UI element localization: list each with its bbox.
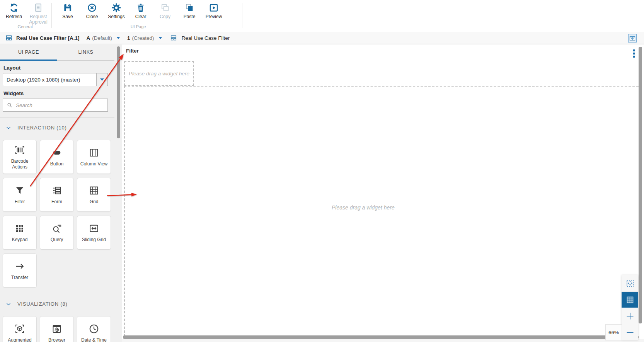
toolbar-group-general: Refresh Request Approval: [0, 0, 49, 25]
dropzone-small[interactable]: Please drag a widget here: [124, 61, 194, 86]
tab-links[interactable]: LINKS: [57, 44, 114, 61]
browser-icon: [51, 323, 63, 335]
section-header-interaction[interactable]: INTERACTION (10): [6, 125, 112, 131]
grid-toggle-icon: [625, 295, 635, 305]
fit-to-screen-button[interactable]: [622, 275, 638, 291]
toolbar-separator: [242, 3, 242, 28]
paste-label: Paste: [184, 14, 196, 20]
minus-icon: [625, 328, 635, 337]
fit-to-screen-icon: [625, 279, 635, 288]
canvas-zoom-controls: [622, 275, 638, 340]
datetime-icon: [88, 323, 100, 335]
barcode-icon: [14, 144, 26, 156]
canvas-vertical-scrollbar[interactable]: [639, 47, 642, 323]
clear-label: Clear: [135, 14, 147, 20]
widget-tile-filter[interactable]: Filter: [3, 178, 37, 212]
widgets-label: Widgets: [3, 90, 111, 96]
widget-tile-sliding-grid[interactable]: Sliding Grid: [77, 216, 111, 250]
widget-tile-label: Query: [49, 237, 65, 242]
plus-icon: [625, 311, 635, 321]
version-dropdown[interactable]: 1 (Created): [127, 35, 162, 41]
layout-select-button[interactable]: [96, 73, 108, 86]
request-approval-icon: [33, 3, 43, 13]
paste-button[interactable]: Paste: [179, 3, 200, 20]
button-icon: [51, 147, 63, 158]
widget-tile-keypad[interactable]: Keypad: [3, 216, 37, 250]
widget-tile-date-time[interactable]: Date & Time: [77, 316, 111, 342]
chevron-down-icon[interactable]: [158, 37, 162, 39]
settings-label: Settings: [108, 14, 124, 20]
widget-tile-form[interactable]: Form: [40, 178, 74, 212]
save-button[interactable]: Save: [57, 3, 78, 20]
revision-value: A: [87, 35, 90, 41]
widget-tile-grid[interactable]: Grid: [77, 178, 111, 212]
close-button[interactable]: Close: [81, 3, 103, 20]
layout-select[interactable]: Desktop (1920 x 1080) (master): [3, 73, 108, 86]
section-title: VISUALIZATION (8): [17, 301, 68, 307]
widget-tile-label: Transfer: [10, 275, 29, 280]
open-window-icon: [629, 35, 636, 42]
augmented-icon: [14, 323, 26, 335]
preview-button[interactable]: Preview: [203, 3, 225, 20]
chevron-down-icon[interactable]: [116, 37, 120, 39]
save-label: Save: [62, 14, 73, 20]
design-canvas: Filter Please drag a widget here Please …: [122, 44, 644, 342]
clear-icon: [136, 3, 146, 13]
widget-tile-augmented[interactable]: Augmented: [3, 316, 37, 342]
sidebar-tabs: UI PAGE LINKS: [0, 44, 114, 61]
widget-tile-browser[interactable]: Browser: [40, 316, 74, 342]
request-approval-button: Request Approval: [27, 3, 49, 25]
sidebar-content: Layout Desktop (1920 x 1080) (master) Wi…: [0, 61, 114, 342]
divider: [0, 294, 114, 294]
transfer-icon: [14, 260, 26, 272]
toolbar-group-ui-page: Save Close Settings Clear Copy Paste Pre…: [57, 0, 225, 20]
open-in-window-button[interactable]: [628, 34, 637, 43]
widget-tile-label: Button: [49, 161, 65, 167]
breadcrumb: Real Use Case Filter [A.1] A (Default) 1…: [0, 32, 644, 44]
widget-tile-barcode-actions[interactable]: Barcode Actions: [3, 140, 37, 174]
zoom-in-button[interactable]: [622, 308, 638, 324]
widget-tile-query[interactable]: Query: [40, 216, 74, 250]
ui-page-icon: [5, 34, 12, 41]
save-icon: [63, 3, 73, 13]
sidebar-scrollbar[interactable]: [117, 46, 120, 138]
toggle-grid-button[interactable]: [622, 291, 638, 308]
widget-tile-label: Form: [50, 199, 63, 204]
close-label: Close: [86, 14, 98, 20]
dropzone-large[interactable]: Please drag a widget here: [124, 86, 639, 337]
widget-sidebar: UI PAGE LINKS Layout Desktop (1920 x 108…: [0, 44, 122, 342]
chevron-down-icon: [100, 78, 104, 81]
interaction-widget-grid: Barcode Actions Button Column View Filte…: [3, 140, 112, 288]
canvas-footer: [122, 339, 644, 342]
toolbar-group-label-general: General: [8, 24, 43, 29]
clear-button[interactable]: Clear: [130, 3, 152, 20]
ui-page-icon: [170, 34, 177, 41]
refresh-button[interactable]: Refresh: [3, 3, 25, 25]
widget-tile-column-view[interactable]: Column View: [77, 140, 111, 174]
section-title: INTERACTION (10): [17, 125, 67, 131]
canvas-horizontal-scrollbar[interactable]: [123, 335, 639, 339]
zoom-out-button[interactable]: [622, 324, 638, 340]
request-approval-label: Request Approval: [27, 14, 49, 25]
canvas-widget-title: Filter: [126, 48, 139, 54]
close-icon: [87, 3, 97, 13]
section-header-visualization[interactable]: VISUALIZATION (8): [6, 301, 112, 307]
paste-icon: [184, 3, 194, 13]
toolbar: Refresh Request Approval Save Close Sett…: [0, 0, 644, 32]
revision-dropdown[interactable]: A (Default): [87, 35, 121, 41]
tab-ui-page[interactable]: UI PAGE: [0, 44, 57, 61]
sliding-grid-icon: [88, 223, 100, 234]
dropzone-hint: Please drag a widget here: [332, 204, 395, 211]
search-input[interactable]: [16, 99, 107, 111]
preview-label: Preview: [206, 14, 222, 20]
widget-tile-transfer[interactable]: Transfer: [3, 254, 37, 288]
revision-status: (Default): [92, 35, 112, 41]
kebab-menu-icon[interactable]: [633, 49, 635, 59]
widget-tile-button[interactable]: Button: [40, 140, 74, 174]
visualization-widget-grid: Augmented Browser Date & Time: [3, 316, 112, 342]
grid-icon: [88, 185, 100, 196]
breadcrumb-title: Real Use Case Filter [A.1]: [16, 35, 80, 41]
keypad-icon: [14, 223, 26, 234]
query-icon: [51, 223, 63, 234]
settings-button[interactable]: Settings: [106, 3, 127, 20]
